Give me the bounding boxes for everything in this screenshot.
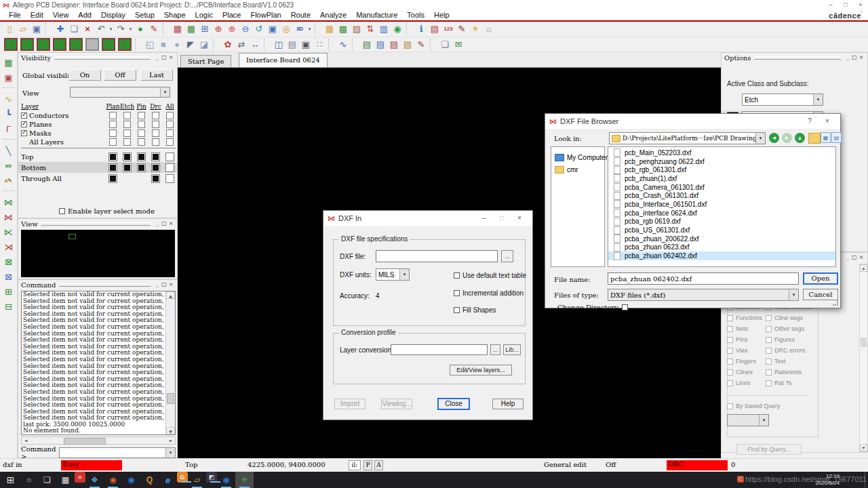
scroll-down-icon[interactable]: ▼ xyxy=(860,444,867,451)
flip-design-icon[interactable]: ◫ xyxy=(272,39,285,51)
layer-file-browse-button[interactable]: ... xyxy=(490,344,500,355)
place-item[interactable]: My Computer xyxy=(551,151,604,163)
allegro-taskbar-icon[interactable]: ✳ xyxy=(235,472,254,488)
save-drawing-icon[interactable]: ▣ xyxy=(30,23,43,35)
viewlog-button[interactable]: Viewlog... xyxy=(381,399,412,409)
redraw-icon[interactable]: ▦ xyxy=(171,23,184,35)
file-item[interactable]: pcb_Main_052203.dxf xyxy=(608,148,835,157)
etch-board-4-icon[interactable] xyxy=(53,38,66,51)
panel-float-icon[interactable]: □ xyxy=(851,54,858,62)
add-text-icon[interactable]: ab xyxy=(2,159,16,172)
menu-item[interactable]: Display xyxy=(96,10,130,20)
find-filter-checkbox[interactable]: DRC errors xyxy=(766,345,813,356)
back-icon[interactable]: ◄ xyxy=(769,133,779,143)
copy-icon[interactable]: ❏ xyxy=(67,23,81,35)
layer-cell-etch[interactable] xyxy=(123,152,132,161)
help-button[interactable]: Help xyxy=(492,399,524,409)
paint-brush-icon[interactable]: ✎ xyxy=(455,23,469,35)
tab-interface-board[interactable]: Interface Board 0624 xyxy=(239,53,328,67)
undo-dropdown-icon[interactable]: ▾ xyxy=(108,23,114,35)
layer-cell-all[interactable] xyxy=(166,112,174,119)
find-filter-checkbox[interactable]: Vias xyxy=(727,345,762,356)
cmgr-same-net-icon[interactable]: ✎ xyxy=(414,39,428,51)
new-folder-icon[interactable] xyxy=(808,133,821,144)
menu-item[interactable]: Place xyxy=(218,10,246,20)
layer-cell-drc[interactable] xyxy=(152,138,159,146)
import-button[interactable]: Import xyxy=(334,399,366,409)
unrats-comp-icon[interactable]: ⊠ xyxy=(2,270,16,283)
cmgr-spacing-icon[interactable]: ▤ xyxy=(401,39,414,51)
cmgr-all-icon[interactable]: ▤ xyxy=(360,39,374,51)
layer-cell-drc[interactable] xyxy=(151,152,160,161)
find-filter-checkbox[interactable]: Other segs xyxy=(766,323,813,334)
layer-cell-plan[interactable] xyxy=(109,121,117,128)
layer-conversion-file-input[interactable] xyxy=(391,344,488,355)
panel-close-icon[interactable]: × xyxy=(167,220,174,228)
layer-cell-pin[interactable] xyxy=(138,138,145,146)
zoom-selection-icon[interactable]: ▣ xyxy=(266,23,279,35)
layer-group-checkbox[interactable] xyxy=(21,130,27,136)
dxf-units-dropdown[interactable]: MILS ▾ xyxy=(376,268,410,281)
edit-text-icon[interactable]: a✎ xyxy=(2,174,16,187)
slide-icon[interactable]: Γ xyxy=(2,122,16,136)
edge-icon[interactable]: e xyxy=(159,472,177,488)
redo-icon[interactable]: ↷ xyxy=(114,23,127,35)
highlight-icon[interactable]: ☀ xyxy=(469,23,482,35)
capture-app-icon[interactable]: ◩ xyxy=(206,472,217,483)
menu-item[interactable]: Shape xyxy=(159,10,191,20)
units-box[interactable]: il: xyxy=(349,460,361,470)
look-in-dropdown[interactable]: D:\Projects\LitePlatform···Ize\PCB Drawi… xyxy=(609,132,766,144)
pin-icon[interactable]: ✎ xyxy=(147,23,161,35)
find-filter-checkbox[interactable]: Rat Ts xyxy=(766,378,813,388)
file-explorer-icon[interactable]: ▱ xyxy=(188,472,206,488)
help-button[interactable]: ? xyxy=(801,114,818,129)
search-app-icon[interactable]: Q xyxy=(140,472,159,488)
console-output[interactable]: Selected item not valid for current oper… xyxy=(21,291,176,435)
scroll-up-icon[interactable]: ▲ xyxy=(860,264,867,272)
file-item[interactable]: pcba_Camera_061301.dxf xyxy=(608,183,835,192)
visibility-on-button[interactable]: On xyxy=(68,69,101,81)
options-dots-icon[interactable]: ∷ xyxy=(313,39,326,51)
export-icon[interactable]: ✉ xyxy=(452,39,465,51)
find-filter-checkbox[interactable]: Lines xyxy=(727,378,762,388)
thunder-icon[interactable]: ◉ xyxy=(122,472,140,488)
menu-item[interactable]: FlowPlan xyxy=(245,10,285,20)
file-item[interactable]: pcba_zhuan_200622.dxf xyxy=(608,235,835,243)
resize-grip[interactable] xyxy=(833,300,838,306)
find-filter-checkbox[interactable]: Ratsnests xyxy=(766,367,813,378)
etch-board-8-icon[interactable] xyxy=(118,38,132,51)
etch-board-7-icon[interactable] xyxy=(102,38,115,51)
measure-icon[interactable]: 123 xyxy=(441,23,455,35)
scroll-down-icon[interactable]: ▼ xyxy=(166,427,175,434)
layer-cell-plan[interactable] xyxy=(109,129,117,137)
layer-cell-plan[interactable] xyxy=(108,152,117,161)
saved-query-dropdown[interactable]: ▾ xyxy=(727,414,769,426)
save-hatch-icon[interactable]: ▦ xyxy=(2,56,16,69)
layer-cell-plan[interactable] xyxy=(109,138,117,146)
layer-cell-plan[interactable] xyxy=(108,174,117,183)
close-button[interactable]: × xyxy=(511,211,528,226)
status-icon[interactable]: ▤ xyxy=(428,23,441,35)
visibility-off-button[interactable]: Off xyxy=(104,69,136,81)
view-dropdown[interactable]: ▾ xyxy=(70,87,170,98)
change-directory-checkbox[interactable]: Change Directory xyxy=(557,304,628,311)
scroll-right-icon[interactable]: ► xyxy=(167,437,175,444)
assign-color-icon[interactable]: ▥ xyxy=(377,23,391,35)
3d-canvas-icon[interactable]: 3D xyxy=(293,23,307,35)
menu-item[interactable]: Route xyxy=(286,10,315,20)
world-view-canvas[interactable] xyxy=(21,230,175,277)
scrollbar-thumb[interactable] xyxy=(861,338,867,347)
shape-circle-icon[interactable]: ● xyxy=(170,39,184,51)
file-item[interactable]: pcba_interface 0624.dxf xyxy=(608,209,835,218)
menu-item[interactable]: Logic xyxy=(191,10,218,20)
layer-cell-etch[interactable] xyxy=(123,121,131,128)
new-drawing-icon[interactable]: ▯ xyxy=(3,23,16,35)
scroll-left-icon[interactable]: ◄ xyxy=(22,437,30,444)
unrats-net-icon[interactable]: ⋊ xyxy=(2,240,16,253)
uncolor-net-icon[interactable]: ⊟ xyxy=(2,300,16,313)
up-folder-icon[interactable]: ▲ xyxy=(795,133,805,143)
gdraw-app-icon[interactable]: G xyxy=(177,472,188,483)
cross-section-icon[interactable]: ▤ xyxy=(285,39,299,51)
layer-cell-pin[interactable] xyxy=(137,163,146,172)
layer-cell-all[interactable] xyxy=(166,121,174,128)
